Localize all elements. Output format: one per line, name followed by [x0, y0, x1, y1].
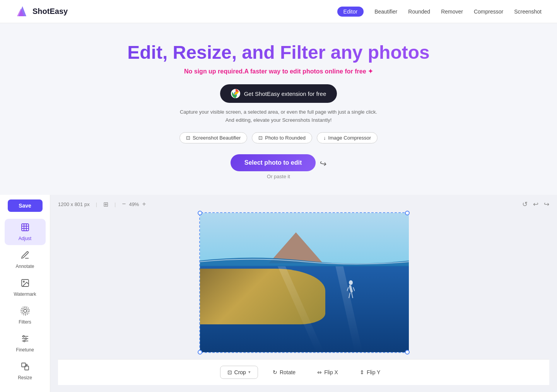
- hero-title: Edit, Resize, and Filter any photos: [8, 42, 549, 63]
- adjust-icon: [21, 223, 30, 234]
- flipy-button[interactable]: ⇕ Flip Y: [353, 366, 388, 378]
- svg-point-24: [349, 280, 353, 285]
- canvas-area: 1200 x 801 px | ⊞ | − 49% + ↺ ↩ ↪: [50, 195, 557, 392]
- badge-beautifier[interactable]: ⊡ Screenshot Beautifier: [179, 132, 247, 143]
- finetune-icon: [21, 334, 30, 346]
- svg-line-29: [352, 293, 353, 298]
- badge-beautifier-icon: ⊡: [186, 135, 190, 141]
- badge-compressor-label: Image Compressor: [328, 135, 371, 141]
- fullscreen-icon[interactable]: ⊞: [103, 201, 108, 208]
- reset-button[interactable]: ↺: [522, 200, 528, 208]
- sidebar: Save Adjust Annotate: [0, 195, 50, 392]
- scene: [200, 213, 409, 352]
- svg-marker-30: [277, 266, 324, 352]
- undo-button[interactable]: ↩: [533, 200, 538, 208]
- zoom-in-button[interactable]: +: [142, 200, 146, 208]
- logo-icon: [15, 5, 29, 19]
- crop-dropdown-arrow: ▾: [248, 370, 251, 375]
- hero-section: Edit, Resize, and Filter any photos No s…: [0, 23, 557, 195]
- redo-button[interactable]: ↪: [544, 200, 549, 208]
- nav-beautifier[interactable]: Beautifier: [374, 9, 397, 15]
- ext-btn-label: Get ShotEasy extension for free: [244, 90, 326, 97]
- flipx-button[interactable]: ⇔ Flip X: [310, 366, 345, 378]
- sidebar-label-resize: Resize: [18, 375, 32, 380]
- nav-rounded[interactable]: Rounded: [408, 9, 430, 15]
- handle-top-left[interactable]: [198, 211, 202, 215]
- nav-editor[interactable]: Editor: [337, 7, 364, 17]
- arrow-decoration: ↪: [319, 158, 327, 169]
- nav-screenshot[interactable]: Screenshot: [514, 9, 542, 15]
- sidebar-item-resize[interactable]: Resize: [5, 358, 46, 384]
- filters-icon: [21, 306, 30, 318]
- rotate-label: Rotate: [280, 369, 296, 375]
- sidebar-item-watermark[interactable]: Watermark: [5, 274, 46, 301]
- flipy-label: Flip Y: [367, 369, 381, 375]
- svg-line-28: [349, 293, 350, 298]
- image-canvas: [200, 213, 409, 352]
- badge-compressor[interactable]: ↓ Image Compressor: [317, 132, 378, 143]
- rotate-icon: ↻: [273, 369, 277, 375]
- canvas-toolbar-right: ↺ ↩ ↪: [522, 200, 549, 208]
- hero-subtitle-highlight: for free ✦: [345, 68, 373, 75]
- svg-point-11: [24, 309, 27, 312]
- image-dimensions: 1200 x 801 px: [58, 201, 90, 207]
- crop-label: Crop: [234, 369, 246, 375]
- svg-point-12: [22, 308, 28, 314]
- handle-bottom-left[interactable]: [198, 350, 202, 355]
- svg-marker-31: [335, 266, 362, 352]
- sidebar-item-annotate[interactable]: Annotate: [5, 247, 46, 273]
- svg-rect-25: [349, 285, 353, 293]
- ext-caption-line1: Capture your visible screen, a selected …: [180, 109, 377, 115]
- image-frame: [199, 212, 408, 353]
- badge-rounded[interactable]: ⊡ Photo to Rounded: [252, 132, 312, 143]
- badge-row: ⊡ Screenshot Beautifier ⊡ Photo to Round…: [8, 132, 549, 143]
- crop-icon: ⊡: [227, 369, 232, 375]
- select-row: Select photo to edit ↪: [8, 154, 549, 174]
- rotate-button[interactable]: ↻ Rotate: [266, 366, 302, 378]
- annotate-icon: [21, 251, 30, 262]
- svg-point-17: [25, 338, 27, 339]
- handle-top-right[interactable]: [405, 211, 410, 215]
- nav-links: Editor Beautifier Rounded Remover Compre…: [337, 7, 542, 17]
- crop-button[interactable]: ⊡ Crop ▾: [220, 366, 258, 379]
- editor-area: Save Adjust Annotate: [0, 195, 557, 392]
- zoom-control: − 49% +: [122, 200, 146, 208]
- sidebar-item-finetune[interactable]: Finetune: [5, 330, 46, 356]
- nav-compressor[interactable]: Compressor: [474, 9, 503, 15]
- sidebar-item-adjust[interactable]: Adjust: [5, 219, 46, 245]
- svg-line-26: [347, 287, 349, 291]
- resize-icon: [21, 362, 30, 373]
- svg-point-10: [23, 281, 24, 282]
- zoom-value: 49%: [129, 201, 139, 207]
- svg-point-19: [24, 340, 25, 342]
- svg-line-27: [353, 287, 355, 291]
- select-photo-button[interactable]: Select photo to edit: [231, 154, 316, 171]
- hero-subtitle-main: No sign up required.A faster way to edit…: [184, 68, 345, 75]
- bottom-toolbar: ⊡ Crop ▾ ↻ Rotate ⇔ Flip X ⇕ Flip Y: [58, 359, 549, 385]
- flipx-icon: ⇔: [317, 369, 322, 375]
- sidebar-label-finetune: Finetune: [16, 347, 34, 353]
- nav-remover[interactable]: Remover: [441, 9, 463, 15]
- save-button[interactable]: Save: [8, 199, 43, 212]
- sidebar-label-filters: Filters: [19, 319, 31, 325]
- svg-rect-4: [22, 224, 29, 231]
- badge-beautifier-label: Screenshot Beautifier: [193, 135, 241, 141]
- watermark-icon: [21, 278, 30, 290]
- light-rays: [200, 266, 409, 352]
- badge-rounded-icon: ⊡: [258, 135, 263, 141]
- canvas-toolbar: 1200 x 801 px | ⊞ | − 49% + ↺ ↩ ↪: [58, 199, 549, 212]
- divider-1: |: [96, 201, 97, 207]
- logo[interactable]: ShotEasy: [15, 5, 68, 19]
- navbar: ShotEasy Editor Beautifier Rounded Remov…: [0, 0, 557, 23]
- zoom-out-button[interactable]: −: [122, 200, 126, 208]
- handle-bottom-right[interactable]: [405, 350, 410, 355]
- ext-caption: Capture your visible screen, a selected …: [8, 108, 549, 124]
- badge-compressor-icon: ↓: [323, 135, 326, 141]
- flipy-icon: ⇕: [360, 369, 364, 375]
- hero-subtitle: No sign up required.A faster way to edit…: [8, 68, 549, 75]
- badge-rounded-label: Photo to Rounded: [265, 135, 306, 141]
- extension-button[interactable]: Get ShotEasy extension for free: [220, 84, 337, 103]
- sidebar-label-adjust: Adjust: [19, 236, 31, 241]
- ext-caption-line2: And editing, elevate your Screenshots In…: [226, 117, 332, 123]
- sidebar-item-filters[interactable]: Filters: [5, 302, 46, 329]
